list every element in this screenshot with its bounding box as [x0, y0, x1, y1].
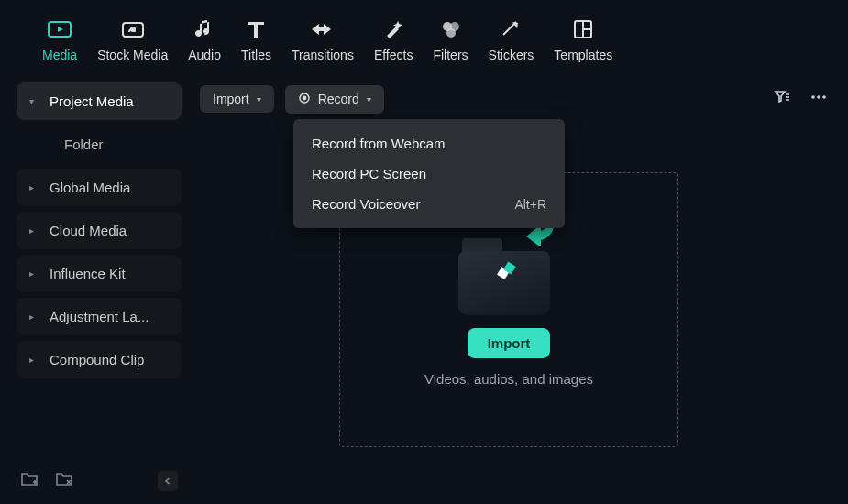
- record-label: Record: [318, 92, 359, 106]
- stickers-icon: [500, 16, 522, 42]
- record-dropdown-button[interactable]: Record ▾: [285, 85, 384, 114]
- import-label: Import: [213, 92, 249, 106]
- sidebar-footer: [17, 464, 182, 495]
- tab-templates-label: Templates: [554, 48, 612, 62]
- tab-effects[interactable]: Effects: [369, 16, 419, 62]
- media-icon: [47, 16, 72, 42]
- tab-stock-media[interactable]: Stock Media: [92, 16, 173, 62]
- transitions-icon: [310, 16, 336, 42]
- sidebar-item-global-media[interactable]: ▸ Global Media: [17, 169, 182, 206]
- new-folder-icon[interactable]: [20, 471, 39, 491]
- import-button-label: Import: [488, 335, 531, 351]
- chevron-down-icon: ▾: [367, 94, 371, 104]
- top-toolbar: Media Stock Media Audio Titles Transitio…: [0, 0, 848, 75]
- chevron-down-icon: ▾: [29, 96, 39, 106]
- content-toolbar: Import ▾ Record ▾: [193, 75, 848, 123]
- sidebar-item-label: Compound Clip: [50, 352, 144, 367]
- chevron-right-icon: ▸: [29, 355, 39, 365]
- import-dropdown-button[interactable]: Import ▾: [200, 85, 274, 113]
- tab-stickers[interactable]: Stickers: [483, 16, 540, 62]
- audio-icon: [194, 16, 215, 42]
- sidebar-collapse-button[interactable]: [158, 471, 178, 491]
- sidebar-item-project-media[interactable]: ▾ Project Media: [17, 82, 182, 120]
- import-button[interactable]: Import: [468, 328, 551, 358]
- menu-item-label: Record from Webcam: [312, 136, 446, 151]
- tab-effects-label: Effects: [374, 48, 413, 62]
- sidebar-item-influence-kit[interactable]: ▸ Influence Kit: [17, 255, 182, 292]
- record-dot-icon: [298, 92, 311, 107]
- menu-item-label: Record Voiceover: [312, 196, 420, 212]
- sidebar-item-label: Global Media: [50, 180, 130, 195]
- delete-folder-icon[interactable]: [55, 471, 73, 491]
- tab-titles[interactable]: Titles: [236, 16, 277, 62]
- chevron-down-icon: ▾: [257, 94, 261, 104]
- menu-record-webcam[interactable]: Record from Webcam: [293, 128, 565, 159]
- tab-titles-label: Titles: [241, 48, 271, 62]
- tab-audio-label: Audio: [188, 48, 221, 62]
- tab-stock-media-label: Stock Media: [97, 48, 168, 62]
- svg-point-13: [822, 95, 826, 99]
- cloud-icon: [121, 16, 145, 42]
- sidebar-item-label: Adjustment La...: [50, 309, 149, 324]
- main-area: ▾ Project Media Folder ▸ Global Media ▸ …: [0, 75, 848, 504]
- sidebar-item-label: Folder: [64, 137, 104, 152]
- record-dropdown-menu: Record from Webcam Record PC Screen Reco…: [293, 119, 565, 228]
- tab-templates[interactable]: Templates: [548, 16, 618, 62]
- content-area: Import ▾ Record ▾ Record from Webcam: [193, 75, 848, 504]
- menu-record-voiceover[interactable]: Record Voiceover Alt+R: [293, 189, 565, 219]
- tab-media[interactable]: Media: [37, 16, 83, 62]
- sidebar-item-adjustment-layer[interactable]: ▸ Adjustment La...: [17, 298, 182, 335]
- templates-icon: [572, 16, 594, 42]
- sidebar-item-label: Project Media: [50, 93, 134, 109]
- tab-audio[interactable]: Audio: [182, 16, 226, 62]
- more-options-icon[interactable]: [806, 84, 831, 114]
- chevron-right-icon: ▸: [29, 182, 39, 192]
- sidebar-item-compound-clip[interactable]: ▸ Compound Clip: [17, 341, 182, 378]
- sidebar-item-label: Cloud Media: [50, 223, 127, 238]
- folder-graphic: [458, 233, 559, 315]
- sidebar-item-label: Influence Kit: [50, 266, 126, 281]
- effects-icon: [382, 16, 404, 42]
- menu-item-shortcut: Alt+R: [514, 197, 546, 212]
- chevron-right-icon: ▸: [29, 225, 39, 236]
- menu-record-screen[interactable]: Record PC Screen: [293, 159, 565, 189]
- sidebar-list: ▾ Project Media Folder ▸ Global Media ▸ …: [17, 82, 182, 378]
- menu-item-label: Record PC Screen: [312, 166, 426, 181]
- sidebar-subitem-folder[interactable]: Folder: [17, 126, 182, 163]
- tab-filters-label: Filters: [433, 48, 468, 62]
- sidebar: ▾ Project Media Folder ▸ Global Media ▸ …: [0, 75, 193, 504]
- svg-point-5: [446, 28, 456, 38]
- filter-sort-icon[interactable]: [769, 84, 795, 114]
- titles-icon: [245, 16, 267, 42]
- tab-transitions[interactable]: Transitions: [286, 16, 359, 62]
- svg-point-11: [811, 95, 815, 99]
- svg-point-10: [302, 95, 306, 100]
- chevron-right-icon: ▸: [29, 312, 39, 322]
- tab-transitions-label: Transitions: [292, 48, 354, 62]
- svg-point-12: [817, 95, 820, 99]
- dropzone-caption: Videos, audios, and images: [424, 371, 593, 387]
- chevron-right-icon: ▸: [29, 268, 39, 279]
- tab-filters[interactable]: Filters: [427, 16, 473, 62]
- tab-media-label: Media: [42, 48, 77, 62]
- sidebar-item-cloud-media[interactable]: ▸ Cloud Media: [17, 212, 182, 249]
- tab-stickers-label: Stickers: [489, 48, 534, 62]
- filters-icon: [439, 16, 463, 42]
